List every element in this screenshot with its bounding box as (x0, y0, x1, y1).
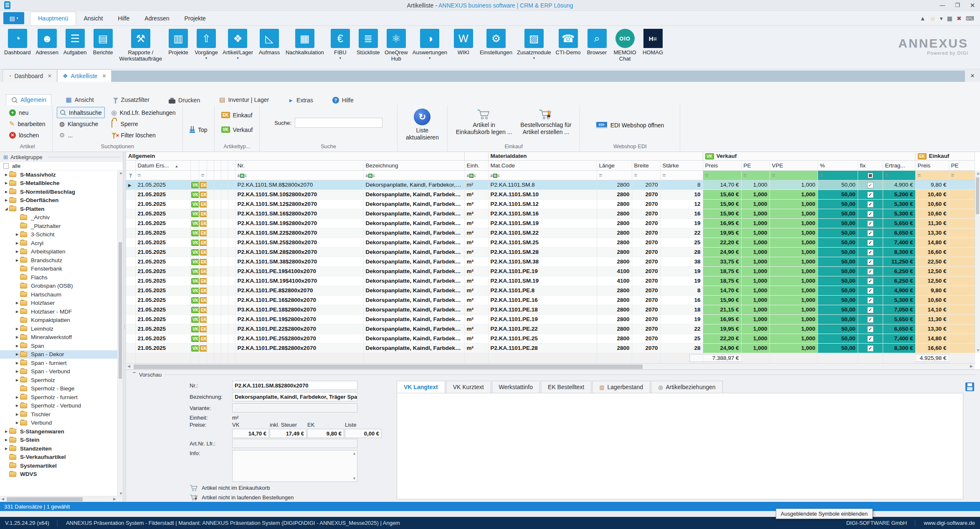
column-header-mat-code[interactable]: Mat.Code (488, 160, 597, 170)
website-link[interactable]: www.digi-software.de (924, 520, 975, 526)
filter-vpe[interactable]: = (741, 170, 770, 180)
table-row[interactable]: 21.05.2025VKEKP2.KA.1101.PE.25$2800x2070… (126, 334, 975, 343)
collapsed-arrow-icon[interactable]: ▶ (14, 395, 20, 399)
filter-staerke[interactable]: = (660, 170, 703, 180)
collapsed-arrow-icon[interactable]: ▶ (3, 430, 9, 433)
collapsed-arrow-icon[interactable]: ▶ (14, 413, 20, 416)
ek-price-field[interactable]: 9,80 € (307, 429, 344, 438)
table-row[interactable]: 21.05.2025VKEKP2.KA.1101.SM.25$2800x2070… (126, 238, 975, 247)
column-header-fix[interactable]: fix (858, 160, 883, 170)
sperre-button[interactable]: Sperre (109, 118, 178, 129)
filter-ertrag[interactable]: = (883, 170, 915, 180)
filter-b3[interactable] (207, 170, 214, 180)
minimize-button[interactable]: — (935, 0, 950, 10)
save-icon[interactable] (965, 382, 974, 391)
collapsed-arrow-icon[interactable]: ▶ (14, 301, 20, 305)
pin-icon[interactable]: ▲ (920, 15, 926, 22)
fibu-button[interactable]: €FIBU▾ (329, 29, 352, 60)
tree-item-acryl[interactable]: ▶Acryl (0, 239, 123, 248)
tab-artikelliste[interactable]: ❖Artikelliste✕ (57, 69, 111, 82)
bezeichnung-field[interactable]: Dekorspanplatte, Kaindl, Farbdekor, Träg… (232, 392, 357, 401)
filter-b6[interactable] (228, 170, 235, 180)
table-row[interactable]: 21.05.2025VKEKP2.KA.1101.SM.28$2800x2070… (126, 247, 975, 257)
filter-laenge[interactable]: = (597, 170, 632, 180)
column-header-länge[interactable]: Länge (597, 160, 632, 170)
tree-item-verbund[interactable]: ▶Verbund (0, 419, 123, 428)
edi-webshop-button[interactable]: EDIEDI Webshop öffnen (592, 119, 669, 131)
tree-item-systemartikel[interactable]: Systemartikel (0, 461, 123, 470)
ribbon-tab-drucken[interactable]: Drucken (164, 95, 205, 105)
collapsed-arrow-icon[interactable]: ▶ (14, 370, 20, 373)
column-header-ertrag[interactable]: Ertrag... (883, 160, 915, 170)
close-tab-icon[interactable]: ✕ (102, 73, 106, 79)
more-options-button[interactable]: ⚙... (57, 129, 105, 141)
filter-b2[interactable]: = (199, 170, 207, 180)
tree-item-span-dekor[interactable]: ▶Span - Dekor (0, 350, 123, 359)
projekte-button[interactable]: ▥Projekte (167, 29, 190, 56)
tree-item-sperrholz-furniert[interactable]: ▶Sperrholz - furniert (0, 393, 123, 402)
menu-item-ansicht[interactable]: Ansicht (76, 12, 110, 25)
filter-pct[interactable]: = (818, 170, 858, 180)
column-header-vpe[interactable]: VPE (770, 160, 818, 170)
table-row[interactable]: 21.05.2025VKEKP2.KA.1101.PE.8$2800x2070D… (126, 286, 975, 295)
close-tab-icon[interactable]: ✕ (48, 73, 52, 79)
collapsed-arrow-icon[interactable]: ▶ (3, 198, 9, 202)
collapsed-arrow-icon[interactable]: ▶ (14, 233, 20, 236)
top-button[interactable]: ⇊Top (187, 124, 210, 135)
collapsed-arrow-icon[interactable]: ▶ (3, 173, 9, 177)
filter-ind[interactable] (126, 170, 135, 180)
table-row[interactable]: 21.05.2025VKEKP2.KA.1101.PE.16$2800x2070… (126, 295, 975, 305)
auswertungen-button[interactable]: ◑Auswertungen▾ (413, 29, 447, 60)
tree-item-s-platten[interactable]: ◢S-Platten (0, 205, 123, 213)
adressen-button[interactable]: ☻Adressen (35, 29, 59, 56)
ribbon-tab-inventur-lager[interactable]: ▤Inventur | Lager (214, 94, 274, 105)
tree-item-s-stangenwaren[interactable]: ▶S-Stangenwaren (0, 427, 123, 436)
artikel-lager-button[interactable]: ❖Artikel/Lager▾ (223, 29, 253, 60)
zusatzmodule-button[interactable]: ▨Zusatzmodule▾ (517, 29, 551, 60)
tree-item-s-oberflächen[interactable]: ▶S-Oberflächen (0, 196, 123, 205)
table-row[interactable]: 21.05.2025VKEKP2.KA.1101.PE.28$2800x2070… (126, 343, 975, 353)
tree-item-wdvs[interactable]: WDVS (0, 470, 123, 479)
filter-b1[interactable] (190, 170, 199, 180)
tree-item-grobspan-osb[interactable]: Grobspan (OSB) (0, 282, 123, 291)
ribbon-tab-hilfe[interactable]: ?Hilfe (327, 95, 359, 105)
table-row[interactable]: 21.05.2025VKEKP2.KA.1101.SM.22$2800x2070… (126, 228, 975, 238)
tab-vk-kurztext[interactable]: VK Kurztext (446, 381, 491, 393)
filter-vpreis[interactable]: = (703, 170, 741, 180)
column-header-pe[interactable]: PE (949, 160, 975, 170)
column-header-pe[interactable]: PE (741, 160, 770, 170)
tree-item-arbeitsplatten[interactable]: ▶Arbeitsplatten (0, 248, 123, 256)
collapsed-arrow-icon[interactable]: ▶ (14, 361, 20, 365)
tree-item-kompaktplatten[interactable]: Kompaktplatten (0, 316, 123, 325)
filter-nr[interactable]: aBc (235, 170, 363, 180)
collapsed-arrow-icon[interactable]: ▶ (14, 421, 20, 425)
berichte-button[interactable]: ▤Berichte (91, 29, 115, 56)
wiki-button[interactable]: WWIKI (452, 29, 475, 56)
sidebar-splitter[interactable]: ⁞ (123, 152, 126, 502)
variante-field[interactable] (232, 403, 357, 413)
ribbon-tab-allgemein[interactable]: Allgemein (6, 94, 51, 105)
nachkalkulation-button[interactable]: ▦Nachkalkulation (286, 29, 324, 56)
tree-item-fensterbank[interactable]: Fensterbank (0, 265, 123, 273)
liste-aktualisieren-button[interactable]: ↻Liste aktualisieren (402, 107, 443, 143)
collapsed-arrow-icon[interactable]: ▶ (14, 335, 20, 339)
tab-dashboard[interactable]: ◔Dashboard✕ (3, 69, 57, 82)
dashboard-button[interactable]: ◔Dashboard (4, 29, 31, 56)
aufmass-button[interactable]: ◺Aufmass (258, 29, 281, 56)
tab-artikelbeziehungen[interactable]: ◎Artikelbeziehungen (651, 381, 722, 393)
tree-item-span-furniert[interactable]: ▶Span - furniert (0, 359, 123, 367)
column-header-[interactable]: % (818, 160, 858, 170)
filter-datum[interactable]: = (135, 170, 190, 180)
filter-bez[interactable]: aBc (363, 170, 464, 180)
table-row[interactable]: 21.05.2025VKEKP2.KA.1101.SM.19$4100x2070… (126, 276, 975, 286)
tree-item-sperrholz-verbund[interactable]: ▶Sperrholz - Verbund (0, 402, 123, 410)
caret-down-icon[interactable]: ▾ (940, 15, 943, 22)
table-row[interactable]: 21.05.2025VKEKP2.KA.1101.SM.16$2800x2070… (126, 209, 975, 218)
collapsed-arrow-icon[interactable]: ▶ (14, 404, 20, 408)
tree-item-brandschutz[interactable]: ▶Brandschutz (0, 256, 123, 265)
tree-item-holzfaser-mdf[interactable]: ▶Holzfaser - MDF (0, 307, 123, 316)
table-row[interactable]: 21.05.2025VKEKP2.KA.1101.PE.22$2800x2070… (126, 324, 975, 334)
tree-item-s-normteil-beschlag[interactable]: ▶S-Normteil/Beschlag (0, 187, 123, 196)
loeschen-button[interactable]: ✕löschen (7, 129, 48, 141)
liste-price-field[interactable]: 0,00 € (345, 429, 382, 438)
